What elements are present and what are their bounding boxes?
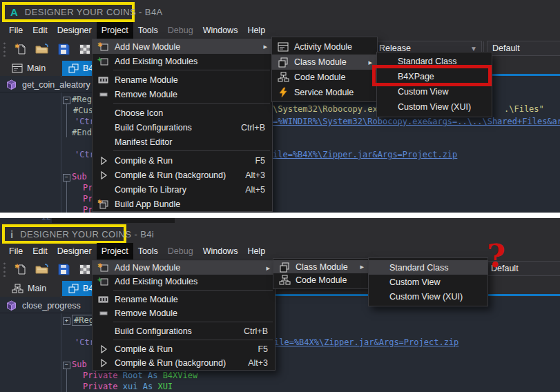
selected-member-label[interactable]: get_coin_aleatory [22,80,90,90]
module-cube-icon [6,79,17,90]
play-icon [97,155,110,166]
menu-item-compile-run[interactable]: Compile & RunF5 [93,342,275,356]
new-project-icon[interactable]: ✱ [12,262,29,277]
menu-separator [113,150,270,151]
new-project-icon[interactable]: ✱ [12,41,29,57]
menu-item-remove-module[interactable]: Remove Module [93,306,275,320]
menu-project[interactable]: Project [97,243,133,259]
menu-debug: Debug [163,22,198,39]
menu-designer[interactable]: Designer [52,243,97,259]
submenu-item-class-module[interactable]: Class Module [273,260,369,273]
svg-text:✱: ✱ [97,41,103,48]
menu-project[interactable]: Project [97,22,133,39]
module-new-icon: ✱ [97,41,110,52]
submenu-item-custom-view[interactable]: Custom View [369,275,487,289]
menu-item-compile-run[interactable]: Compile & RunF5 [93,153,272,168]
open-project-icon[interactable] [34,262,50,277]
open-project-icon[interactable] [34,41,50,57]
submenu-item-service-module[interactable]: Service Module [272,85,377,100]
menu-windows[interactable]: Windows [198,243,243,259]
b4a-logo: A [10,6,18,18]
menu-item-compile-run-background[interactable]: Compile & Run (background)Alt+3 [93,356,275,370]
fold-guide [66,369,67,392]
save-icon[interactable] [55,41,72,57]
remove-icon [97,308,110,319]
menu-edit[interactable]: Edit [28,22,52,39]
menu-tools[interactable]: Tools [133,22,163,39]
menu-designer[interactable]: Designer [52,22,97,39]
fold-guide [66,182,67,213]
submenu-item-code-module[interactable]: Code Module [273,273,369,286]
menu-item-compile-to-library[interactable]: Compile To LibraryAlt+5 [93,182,272,197]
menu-separator [113,290,273,291]
fold-collapse-icon[interactable]: − [63,97,70,104]
menu-item-build-configurations[interactable]: Build ConfigurationsCtrl+B [93,324,275,338]
menu-item-build-configurations[interactable]: Build ConfigurationsCtrl+B [93,120,272,135]
class-module-submenu: Standard Class Custom View Custom View (… [368,257,488,306]
activity-module-icon [277,41,289,52]
code-stack-icon [12,284,23,293]
toolbar-grip[interactable] [3,41,7,57]
cropped-chrome-sliver [175,218,560,223]
svg-text:✱: ✱ [97,262,103,269]
menu-help[interactable]: Help [242,22,270,39]
code-string: \System32\Robocopy.exe [273,104,383,114]
menu-separator [113,322,273,322]
toolbar-grip[interactable] [3,262,7,277]
code-link-zipper[interactable]: ile=%B4X%\Zipper.jar&Args=Project.zip [273,150,457,159]
fold-expand-icon[interactable]: + [63,317,70,325]
add-new-module-submenu: Class Module Code Module [273,258,369,289]
fold-guide [66,104,67,137]
fold-collapse-icon[interactable]: − [63,174,70,182]
menu-item-add-existing-modules[interactable]: + Add Existing Modules [93,275,275,288]
package-icon[interactable] [77,262,93,277]
menu-item-rename-module[interactable]: Rename Module [93,72,272,87]
menu-windows[interactable]: Windows [198,22,243,39]
save-icon[interactable] [55,262,72,277]
cropped-editor-sliver: 12 [0,218,560,223]
menu-tools[interactable]: Tools [133,243,163,259]
fold-collapse-icon[interactable]: − [63,362,70,369]
submenu-item-standard-class[interactable]: Standard Class [369,260,487,275]
b4a-ide-window: 1 2 3 4 5 6 7 8 9 10 11 − − #Regio #Cust… [0,0,560,213]
code-link-robocopy[interactable]: =%WINDIR%\System32\Robocopy.exe&args=..\… [273,117,560,126]
menu-item-build-app-bundle[interactable]: ✱ Build App Bundle [93,197,272,211]
add-new-module-submenu: Activity Module Class Module Code Module… [271,37,378,102]
menu-item-remove-module[interactable]: Remove Module [93,87,272,101]
submenu-item-code-module[interactable]: Code Module [272,70,377,85]
menu-edit[interactable]: Edit [28,243,52,259]
package-icon[interactable] [77,41,93,57]
chevron-down-icon: ▼ [470,45,477,52]
menu-item-add-new-module[interactable]: ✱ Add New Module [93,261,275,275]
menu-item-manifest-editor[interactable]: Manifest Editor [93,135,272,149]
submenu-item-custom-view-xui[interactable]: Custom View (XUI) [377,99,492,115]
module-add-icon: + [97,56,110,67]
menu-file[interactable]: File [4,22,28,39]
tab-main-label: Main [27,63,46,73]
menu-item-choose-icon[interactable]: Choose Icon [93,106,272,120]
menu-help[interactable]: Help [242,243,270,259]
window-title: DESIGNER YOUR COINS - B4A [25,7,163,17]
menu-item-rename-module[interactable]: Rename Module [93,293,275,306]
tab-main[interactable]: Main [6,281,52,295]
svg-text:✱: ✱ [15,43,20,50]
menu-file[interactable]: File [4,243,28,259]
tab-main[interactable]: Main [6,61,52,75]
b4i-ide-window: 12 1 5 6 7 8 9 10 + − #Regio 'Ctrl Sub C… [0,218,560,392]
module-new-icon: ✱ [97,262,110,273]
profile-dropdown[interactable]: Default [487,41,560,56]
menu-separator [113,340,273,340]
menu-item-compile-run-background[interactable]: Compile & Run (background)Alt+3 [93,168,272,182]
menu-item-add-existing-modules[interactable]: + Add Existing Modules [93,54,272,68]
submenu-item-activity-module[interactable]: Activity Module [272,39,377,55]
submenu-item-class-module[interactable]: Class Module [272,55,377,70]
code-module-icon [278,275,291,286]
submenu-item-custom-view[interactable]: Custom View [377,84,492,99]
gutter-divider [61,76,61,213]
selected-member-label[interactable]: close_progress [22,301,81,311]
project-menu-dropdown: ✱ Add New Module + Add Existing Modules … [92,39,273,212]
submenu-item-custom-view-xui[interactable]: Custom View (XUI) [369,289,487,304]
code-link-zipper[interactable]: ile=%B4X%\Zipper.jar&Args=Project.zip [274,337,458,347]
code-string: .\Files" [504,104,544,114]
menu-item-add-new-module[interactable]: ✱ Add New Module [93,39,272,54]
